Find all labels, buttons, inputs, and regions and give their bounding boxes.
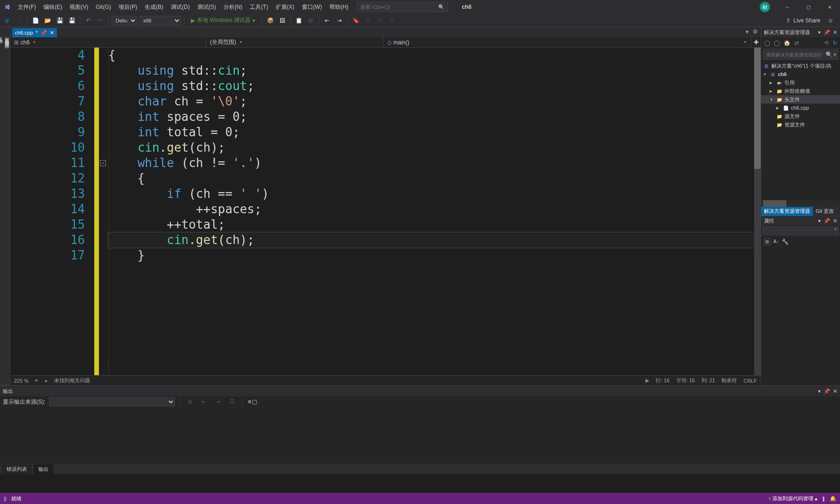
menu-help[interactable]: 帮助(H) — [326, 0, 352, 14]
tab-mode[interactable]: 制表符 — [721, 377, 737, 384]
issues-status[interactable]: 未找到相关问题 — [54, 377, 90, 384]
nav-scope-dropdown[interactable]: (全局范围)▼ — [206, 37, 384, 47]
menu-analyze[interactable]: 分析(N) — [220, 0, 246, 14]
nav-func-dropdown[interactable]: ◇ main()▼ — [384, 37, 751, 47]
prop-dropdown-icon[interactable]: ▾ — [818, 218, 821, 224]
tab-settings-icon[interactable]: ⚙ — [753, 28, 758, 35]
menu-window[interactable]: 窗口(W) — [298, 0, 326, 14]
tab-solution-explorer[interactable]: 解决方案资源管理器 — [761, 207, 813, 216]
solution-search-input[interactable] — [766, 52, 826, 57]
tree-node-ch6[interactable]: ▼⊞ch6 — [761, 70, 840, 78]
tree-node-头文件[interactable]: ▼📁头文件 — [761, 95, 840, 104]
menu-test[interactable]: 测试(S) — [194, 0, 220, 14]
se-refresh-icon[interactable]: ↻ — [833, 40, 837, 46]
prop-cat-icon[interactable]: ⊞ — [764, 238, 770, 245]
output-icon-4[interactable]: ☰ — [227, 397, 237, 407]
undo-button[interactable]: ↶ — [83, 15, 93, 26]
split-editor-icon[interactable]: ✚ — [754, 39, 759, 46]
solution-search[interactable]: 🔍 ▾ — [763, 49, 838, 60]
se-back-icon[interactable]: ◯ — [764, 40, 770, 46]
bookmark-button[interactable]: 🔖 — [350, 15, 361, 26]
se-home-icon[interactable]: 🏠 — [784, 40, 791, 46]
code-editor[interactable]: 4567891011121314151617 − { using std::ci… — [10, 48, 761, 375]
prop-pages-icon[interactable]: 🔧 — [782, 238, 789, 245]
menu-view[interactable]: 视图(V) — [66, 0, 92, 14]
menu-extensions[interactable]: 扩展(X) — [272, 0, 298, 14]
se-filter-icon[interactable]: ⟲ — [824, 40, 829, 46]
redo-button[interactable]: ↷ — [95, 15, 105, 26]
nav-project-dropdown[interactable]: ⊞ ch6▼ — [10, 37, 206, 47]
global-search[interactable]: 🔍 — [357, 2, 448, 12]
prop-close-icon[interactable]: ✕ — [833, 218, 837, 224]
output-pin-icon[interactable]: 📌 — [824, 388, 830, 394]
line-ending[interactable]: CRLF — [743, 378, 757, 384]
output-icon-2[interactable]: ⇤ — [199, 397, 209, 407]
output-source-select[interactable] — [49, 397, 175, 406]
tree-node-源文件[interactable]: 📁源文件 — [761, 112, 840, 120]
editor-scrollbar[interactable] — [754, 48, 761, 375]
maximize-button[interactable]: ▢ — [798, 0, 819, 14]
menu-edit[interactable]: 编辑(E) — [40, 0, 66, 14]
output-icon-1[interactable]: ≣ — [185, 397, 195, 407]
tb-icon-7[interactable]: ⊡ — [387, 15, 397, 26]
menu-file[interactable]: 文件(F) — [14, 0, 40, 14]
prop-pin-icon[interactable]: 📌 — [824, 218, 830, 224]
start-debug-button[interactable]: ▶ 本地 Windows 调试器 ▾ — [187, 16, 259, 24]
tree-node-引用[interactable]: ▶■▪引用 — [761, 78, 840, 87]
se-hscroll[interactable] — [761, 200, 840, 207]
tb-icon-2[interactable]: 🖼 — [277, 15, 287, 26]
save-all-button[interactable]: 💾 — [67, 15, 77, 26]
tab-error-list[interactable]: 错误列表 — [2, 464, 32, 474]
se-pin-icon[interactable]: 📌 — [824, 29, 830, 35]
se-dropdown-icon[interactable]: ▾ — [818, 29, 821, 35]
config-select[interactable]: Debug — [112, 16, 137, 25]
tb-icon-3[interactable]: 📋 — [294, 15, 304, 26]
feedback-icon[interactable]: ☺ — [828, 17, 833, 24]
tree-node-资源文件[interactable]: 📁资源文件 — [761, 120, 840, 129]
forward-button[interactable]: → — [14, 15, 24, 26]
indent-in-button[interactable]: ⇥ — [334, 15, 344, 26]
save-button[interactable]: 💾 — [55, 15, 65, 26]
tb-icon-5[interactable]: ⊡ — [363, 15, 373, 26]
open-button[interactable]: 📂 — [42, 15, 53, 26]
toolbox-tab[interactable]: 工具箱 — [0, 31, 3, 385]
menu-debug[interactable]: 调试(D) — [167, 0, 194, 14]
indent-out-button[interactable]: ⇤ — [322, 15, 332, 26]
solution-root[interactable]: ⊞ 解决方案"ch6"(1 个项目/共 — [761, 62, 840, 70]
tree-node-ch6.cpp[interactable]: ▶📄ch6.cpp — [761, 104, 840, 112]
zoom-level[interactable]: 225 % — [14, 378, 28, 384]
tb-icon-1[interactable]: 📦 — [265, 15, 275, 26]
new-project-button[interactable]: 📄 — [30, 15, 41, 26]
output-icon-3[interactable]: ⇥ — [213, 397, 223, 407]
tab-dropdown-icon[interactable]: ▾ — [746, 28, 749, 35]
search-input[interactable] — [360, 4, 438, 10]
fold-button[interactable]: − — [100, 160, 106, 166]
tab-git-changes[interactable]: Git 更改 — [813, 207, 837, 216]
menu-tools[interactable]: 工具(T) — [246, 0, 272, 14]
tab-output[interactable]: 输出 — [34, 464, 53, 474]
se-fwd-icon[interactable]: ◯ — [774, 40, 780, 46]
output-clear-icon[interactable]: ✕▢ — [247, 397, 257, 407]
menu-git[interactable]: Git(G) — [92, 0, 115, 14]
source-control-status[interactable]: ↑ 添加到源代码管理 ▴ — [768, 495, 818, 502]
live-share-button[interactable]: ⇪ Live Share ☺ — [781, 17, 838, 24]
server-explorer-tab[interactable]: 服务器资源管理器 — [3, 31, 10, 385]
notifications-icon[interactable]: 🔔 — [830, 496, 836, 502]
file-tab-ch6[interactable]: ch6.cpp* 📌 ✕ — [12, 28, 57, 37]
tb-icon-6[interactable]: ⊡ — [375, 15, 385, 26]
close-button[interactable]: ✕ — [819, 0, 840, 14]
pin-icon[interactable]: 📌 — [41, 30, 47, 36]
minimize-button[interactable]: ─ — [777, 0, 798, 14]
tb-icon-4[interactable]: ⊞ — [306, 15, 316, 26]
output-close-icon[interactable]: ✕ — [833, 388, 837, 394]
menu-build[interactable]: 生成(B) — [141, 0, 167, 14]
platform-select[interactable]: x86 — [139, 16, 181, 25]
se-sync-icon[interactable]: ⇄ — [794, 40, 799, 46]
output-dropdown-icon[interactable]: ▾ — [818, 388, 821, 394]
close-tab-icon[interactable]: ✕ — [50, 30, 54, 36]
back-button[interactable]: ◉ — [2, 15, 12, 26]
solution-tree[interactable]: ⊞ 解决方案"ch6"(1 个项目/共 ▼⊞ch6▶■▪引用▶📁外部依赖项▼📁头… — [761, 61, 840, 200]
user-avatar[interactable]: 献 — [760, 2, 770, 12]
menu-project[interactable]: 项目(P) — [115, 0, 141, 14]
prop-az-icon[interactable]: A↓ — [773, 239, 779, 244]
